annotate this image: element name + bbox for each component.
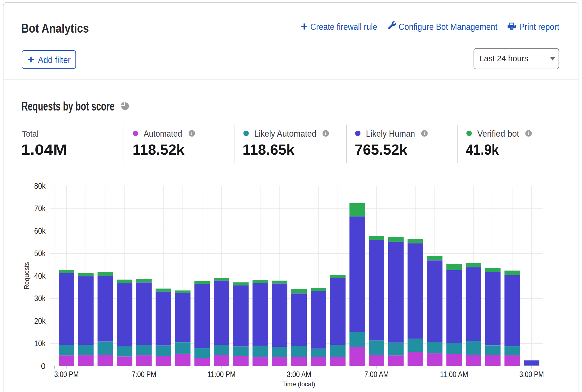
svg-text:Likely Automated: Likely Automated bbox=[254, 129, 316, 139]
svg-text:40k: 40k bbox=[34, 271, 46, 280]
svg-text:60k: 60k bbox=[34, 226, 46, 235]
svg-text:Requests: Requests bbox=[23, 262, 30, 289]
svg-text:Print report: Print report bbox=[519, 22, 560, 32]
svg-text:765.52k: 765.52k bbox=[355, 141, 407, 158]
svg-text:20k: 20k bbox=[34, 316, 46, 325]
svg-text:Create firewall rule: Create firewall rule bbox=[310, 22, 377, 32]
svg-text:118.65k: 118.65k bbox=[243, 141, 295, 158]
svg-text:Likely Human: Likely Human bbox=[366, 129, 415, 139]
svg-text:11:00 AM: 11:00 AM bbox=[440, 370, 468, 379]
svg-text:Total: Total bbox=[22, 129, 39, 138]
svg-text:3:00 PM: 3:00 PM bbox=[519, 370, 544, 379]
svg-text:Automated: Automated bbox=[144, 129, 182, 139]
svg-text:Last 24 hours: Last 24 hours bbox=[480, 54, 528, 63]
svg-text:Verified bot: Verified bot bbox=[477, 129, 519, 139]
svg-text:Add filter: Add filter bbox=[38, 55, 71, 65]
svg-text:10k: 10k bbox=[34, 339, 46, 348]
svg-text:30k: 30k bbox=[34, 294, 46, 303]
svg-text:70k: 70k bbox=[34, 204, 46, 213]
svg-text:1.04M: 1.04M bbox=[21, 141, 67, 158]
svg-text:11:00 PM: 11:00 PM bbox=[207, 370, 236, 379]
svg-text:80k: 80k bbox=[34, 181, 46, 190]
svg-text:0: 0 bbox=[41, 362, 46, 371]
svg-text:7:00 PM: 7:00 PM bbox=[132, 370, 156, 379]
svg-text:Bot Analytics: Bot Analytics bbox=[21, 21, 89, 35]
svg-text:3:00 PM: 3:00 PM bbox=[54, 370, 79, 379]
svg-text:Time (local): Time (local) bbox=[282, 380, 315, 388]
svg-text:Requests by bot score: Requests by bot score bbox=[21, 99, 114, 113]
svg-text:3:00 AM: 3:00 AM bbox=[287, 370, 311, 379]
svg-text:118.52k: 118.52k bbox=[133, 141, 185, 158]
svg-text:7:00 AM: 7:00 AM bbox=[364, 370, 389, 379]
svg-text:41.9k: 41.9k bbox=[466, 141, 499, 158]
svg-text:50k: 50k bbox=[34, 249, 46, 258]
svg-text:Configure Bot Management: Configure Bot Management bbox=[399, 22, 498, 32]
